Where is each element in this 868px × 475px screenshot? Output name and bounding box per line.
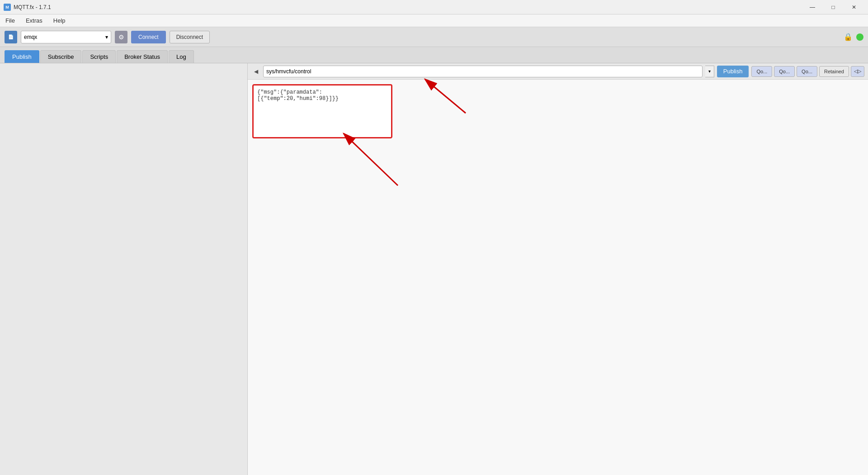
- retained-button[interactable]: Retained: [819, 66, 849, 77]
- tab-log[interactable]: Log: [169, 50, 194, 63]
- broker-dropdown[interactable]: emqx ▾: [21, 31, 111, 43]
- broker-file-icon: 📄: [5, 31, 17, 43]
- tab-broker-status[interactable]: Broker Status: [117, 50, 168, 63]
- tab-publish[interactable]: Publish: [5, 50, 39, 63]
- qos-buttons: Qo... Qo... Qo... Retained ◁▷: [751, 66, 864, 77]
- publish-button[interactable]: Publish: [717, 66, 749, 77]
- tab-bar: Publish Subscribe Scripts Broker Status …: [0, 47, 868, 63]
- title-bar-text: MQTT.fx - 1.7.1: [14, 4, 802, 10]
- topic-input[interactable]: [263, 66, 703, 77]
- topic-dropdown-arrow[interactable]: ▾: [705, 66, 714, 77]
- disconnect-button[interactable]: Disconnect: [170, 31, 210, 43]
- qos-1-button[interactable]: Qo...: [774, 66, 795, 77]
- maximize-button[interactable]: □: [823, 0, 844, 14]
- broker-dropdown-value: emqx: [24, 34, 37, 40]
- menu-extras[interactable]: Extras: [24, 16, 44, 25]
- close-button[interactable]: ✕: [844, 0, 864, 14]
- toolbar: 📄 emqx ▾ ⚙ Connect Disconnect 🔒: [0, 27, 868, 47]
- connect-button[interactable]: Connect: [131, 31, 166, 43]
- left-panel: [0, 63, 248, 475]
- lock-icon: 🔒: [844, 33, 853, 41]
- qos-0-button[interactable]: Qo...: [751, 66, 772, 77]
- minimize-button[interactable]: —: [802, 0, 823, 14]
- window-controls: — □ ✕: [802, 0, 864, 14]
- menu-help[interactable]: Help: [52, 16, 67, 25]
- menu-file[interactable]: File: [4, 16, 17, 25]
- message-input[interactable]: {"msg":{"paramdata":[{"temp":20,"humi":9…: [252, 84, 392, 138]
- connection-status-dot: [856, 33, 863, 41]
- tab-scripts[interactable]: Scripts: [82, 50, 116, 63]
- right-panel: ◀ ▾ Publish Qo... Qo... Qo... Retained ◁…: [248, 63, 868, 475]
- options-button[interactable]: ◁▷: [851, 66, 864, 77]
- message-area: {"msg":{"paramdata":[{"temp":20,"humi":9…: [248, 80, 868, 475]
- qos-2-button[interactable]: Qo...: [797, 66, 817, 77]
- publish-toolbar: ◀ ▾ Publish Qo... Qo... Qo... Retained ◁…: [248, 63, 868, 80]
- title-bar: M MQTT.fx - 1.7.1 — □ ✕: [0, 0, 868, 14]
- collapse-button[interactable]: ◀: [251, 67, 260, 76]
- settings-button[interactable]: ⚙: [115, 31, 127, 43]
- broker-dropdown-arrow: ▾: [105, 34, 108, 40]
- tab-subscribe[interactable]: Subscribe: [40, 50, 82, 63]
- menu-bar: File Extras Help: [0, 14, 868, 27]
- app-icon: M: [4, 4, 11, 11]
- main-content: ◀ ▾ Publish Qo... Qo... Qo... Retained ◁…: [0, 63, 868, 475]
